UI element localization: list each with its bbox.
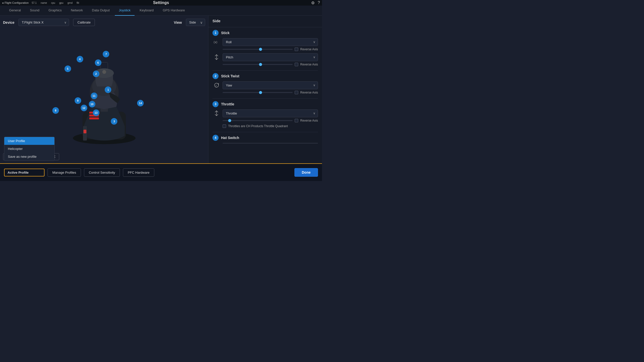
marker-10[interactable]: 10 — [89, 101, 95, 107]
marker-4[interactable]: 4 — [77, 56, 83, 62]
yaw-slider-thumb[interactable] — [259, 91, 262, 94]
divider-1 — [212, 70, 318, 71]
device-select-wrapper: T.Flight Stick X Keyboard Mouse — [18, 19, 69, 26]
tab-data-output[interactable]: Data Output — [88, 6, 114, 16]
tab-graphics[interactable]: Graphics — [45, 6, 66, 16]
right-panel-scroll[interactable]: 1 Stick ⟨x⟩ RollPitchYawThrottleNone — [208, 30, 322, 163]
profile-item-helicopter[interactable]: Helicopter — [4, 145, 54, 153]
marker-6[interactable]: 6 — [95, 59, 101, 66]
yaw-reverse-checkbox[interactable] — [295, 91, 298, 94]
roll-reverse-checkbox[interactable] — [295, 48, 298, 51]
marker-3[interactable]: 3 — [111, 118, 117, 125]
tab-general[interactable]: General — [5, 6, 25, 16]
axis-group-stick: 1 Stick ⟨x⟩ RollPitchYawThrottleNone — [212, 30, 318, 66]
flit-metric: flit — [77, 2, 79, 4]
view-select-wrapper: Side Top Front — [186, 19, 205, 26]
ch-products-checkbox[interactable] — [223, 124, 226, 128]
marker-14[interactable]: 14 — [137, 100, 144, 106]
marker-5[interactable]: 5 — [65, 65, 71, 72]
done-button[interactable]: Done — [294, 168, 318, 177]
top-bar-actions: ⚙ ? — [311, 1, 320, 5]
roll-select[interactable]: RollPitchYawThrottleNone — [223, 38, 318, 46]
marker-13[interactable]: 13 — [93, 109, 99, 116]
yaw-select[interactable]: YawRollPitchThrottleNone — [223, 81, 318, 89]
yaw-slider-row: Reverse Axis — [212, 91, 318, 94]
throttle-axis-row: ThrottleRollPitchYawNone — [212, 109, 318, 117]
main-content: General Sound Graphics Network Data Outp… — [0, 6, 322, 181]
active-profile-label: Active Profile — [8, 171, 29, 174]
hat-slider-track[interactable] — [223, 143, 318, 144]
profile-item-user[interactable]: User Profile — [4, 137, 54, 145]
roll-slider-row: Reverse Axis — [212, 48, 318, 51]
active-profile-box: Active Profile User Profile Helicopter S… — [4, 169, 45, 176]
marker-2[interactable]: 2 — [93, 71, 99, 77]
pitch-slider-track[interactable] — [223, 64, 293, 65]
marker-1[interactable]: 1 — [105, 86, 111, 93]
help-icon[interactable]: ? — [318, 1, 320, 5]
roll-reverse-label: Reverse Axis — [300, 48, 318, 51]
axis-group-throttle: 3 Throttle ThrottleRollPitchYawNone — [212, 101, 318, 128]
throttle-slider-row: Reverse Axis — [212, 119, 318, 122]
roll-slider-thumb[interactable] — [259, 48, 262, 51]
tab-joystick[interactable]: Joystick — [115, 6, 135, 16]
marker-12[interactable]: 12 — [81, 105, 87, 111]
device-label: Device — [3, 20, 14, 25]
axis-name-throttle: Throttle — [221, 102, 234, 106]
svg-point-8 — [102, 70, 106, 74]
tab-sound[interactable]: Sound — [26, 6, 44, 16]
pitch-slider-thumb[interactable] — [259, 63, 262, 66]
page-title: Settings — [153, 1, 169, 5]
control-sensitivity-button[interactable]: Control Sensitivity — [84, 168, 120, 177]
axis-number-stick: 1 — [212, 30, 219, 36]
settings-sliders-icon[interactable]: ⚙ — [311, 1, 315, 5]
throttle-reverse-label: Reverse Axis — [300, 119, 318, 122]
device-row: Device T.Flight Stick X Keyboard Mouse C… — [3, 19, 205, 26]
pitch-select-wrapper: PitchRollYawThrottleNone — [223, 53, 318, 61]
pfc-hardware-button[interactable]: PFC Hardware — [123, 168, 154, 177]
title-divider — [208, 27, 322, 27]
joystick-container: 1 2 3 4 5 6 7 8 9 10 11 12 13 14 — [3, 29, 205, 151]
throttle-select[interactable]: ThrottleRollPitchYawNone — [223, 109, 318, 117]
profile-item-save-new[interactable]: Save as new profile — [4, 153, 54, 161]
axis-group-hat: 4 Hat Switch — [212, 135, 318, 144]
axis-number-twist: 2 — [212, 73, 219, 79]
throttle-slider-thumb[interactable] — [228, 119, 231, 122]
roll-select-wrapper: RollPitchYawThrottleNone — [223, 38, 318, 46]
svg-text:z: z — [216, 84, 217, 87]
cpu-metric: cpu — [51, 2, 55, 4]
axis-name-stick: Stick — [221, 31, 229, 35]
pitch-reverse-checkbox[interactable] — [295, 63, 298, 66]
pitch-slider-row: Reverse Axis — [212, 63, 318, 66]
axis-header-throttle: 3 Throttle — [212, 101, 318, 107]
device-select[interactable]: T.Flight Stick X Keyboard Mouse — [18, 19, 69, 26]
tab-keyboard[interactable]: Keyboard — [136, 6, 158, 16]
svg-rect-10 — [83, 126, 87, 140]
axis-header-twist: 2 Stick Twist — [212, 73, 318, 79]
yaw-slider-track[interactable] — [223, 92, 293, 93]
calibrate-button[interactable]: Calibrate — [73, 19, 95, 26]
back-arrow-icon: ◂ — [2, 1, 4, 5]
marker-7[interactable]: 7 — [103, 51, 109, 57]
throttle-slider-track[interactable] — [223, 120, 293, 121]
pitch-select[interactable]: PitchRollYawThrottleNone — [223, 53, 318, 61]
back-button[interactable]: ◂ Flight Configuration — [2, 1, 29, 5]
tab-gps-hardware[interactable]: GPS Hardware — [159, 6, 189, 16]
pitch-reverse-label: Reverse Axis — [300, 63, 318, 66]
joystick-area: 1 2 3 4 5 6 7 8 9 10 11 12 13 14 — [3, 29, 205, 151]
fps-value: 57.1 — [32, 2, 36, 4]
marker-9[interactable]: 9 — [75, 97, 81, 104]
axis-group-stick-twist: 2 Stick Twist z — [212, 73, 318, 94]
marker-8[interactable]: 8 — [52, 107, 59, 114]
view-select[interactable]: Side Top Front — [186, 19, 205, 26]
roll-slider-track[interactable] — [223, 49, 293, 50]
throttle-icon — [212, 109, 221, 117]
profile-dropdown: User Profile Helicopter Save as new prof… — [4, 137, 55, 161]
roll-icon: ⟨x⟩ — [212, 38, 221, 46]
gpu-metric: gpu — [59, 2, 63, 4]
divider-2 — [212, 98, 318, 99]
tab-network[interactable]: Network — [67, 6, 87, 16]
manage-profiles-button[interactable]: Manage Profiles — [48, 168, 81, 177]
throttle-reverse-checkbox[interactable] — [295, 119, 298, 122]
axis-name-hat: Hat Switch — [221, 136, 239, 140]
marker-11[interactable]: 11 — [91, 93, 97, 99]
